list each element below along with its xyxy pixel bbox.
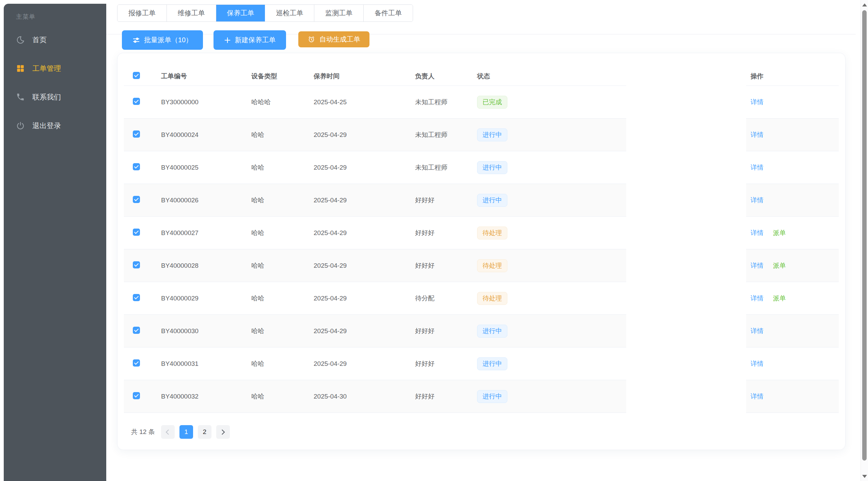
owner-cell: 未知工程师 — [415, 130, 477, 139]
status-cell: 进行中 — [477, 325, 626, 338]
sidebar-item-contact[interactable]: 联系我们 — [4, 83, 106, 111]
detail-link[interactable]: 详情 — [751, 327, 763, 336]
auto-generate-button[interactable]: 自动生成工单 — [298, 31, 369, 47]
status-badge: 待处理 — [477, 259, 507, 272]
tab-repair-report[interactable]: 报修工单 — [117, 5, 167, 21]
scrollbar-thumb[interactable] — [862, 10, 867, 461]
grid-icon — [16, 64, 25, 73]
detail-link[interactable]: 详情 — [751, 294, 763, 303]
sidebar-item-label: 首页 — [32, 35, 47, 45]
status-badge: 进行中 — [477, 357, 507, 370]
checkbox-cell — [124, 392, 161, 401]
dispatch-link[interactable]: 派单 — [773, 261, 786, 270]
row-checkbox[interactable] — [133, 163, 140, 170]
batch-dispatch-button[interactable]: 批量派单（10） — [122, 30, 203, 50]
row-checkbox[interactable] — [133, 294, 140, 301]
table-row: BY40000026哈哈2025-04-29好好好进行中 — [124, 184, 626, 217]
checkbox-cell — [124, 98, 161, 107]
status-cell: 进行中 — [477, 390, 626, 403]
status-badge: 进行中 — [477, 128, 507, 141]
column-header-maintain-date: 保养时间 — [314, 72, 415, 81]
tab-maintenance[interactable]: 保养工单 — [216, 5, 265, 21]
scrollbar[interactable] — [861, 0, 868, 481]
table-row-actions: 详情 — [746, 119, 839, 151]
tab-monitoring[interactable]: 监测工单 — [314, 5, 363, 21]
table-row: BY40000027哈哈2025-04-29好好好待处理 — [124, 217, 626, 249]
status-cell: 已完成 — [477, 96, 626, 109]
row-checkbox[interactable] — [133, 327, 140, 334]
table-row-actions: 详情 — [746, 347, 839, 380]
tab-spare-parts[interactable]: 备件工单 — [363, 5, 413, 21]
table-row-actions: 详情派单 — [746, 282, 839, 315]
maintain-date-cell: 2025-04-29 — [314, 229, 415, 237]
maintain-date-cell: 2025-04-29 — [314, 131, 415, 139]
owner-cell: 好好好 — [415, 392, 477, 401]
row-checkbox[interactable] — [133, 130, 140, 138]
prev-page-button[interactable] — [161, 425, 175, 439]
table-row-actions: 详情 — [746, 184, 839, 217]
checkbox-cell — [124, 229, 161, 237]
detail-link[interactable]: 详情 — [751, 261, 763, 270]
sidebar-item-work-orders[interactable]: 工单管理 — [4, 54, 106, 83]
order-no-cell: BY40000028 — [161, 262, 251, 269]
tab-repair[interactable]: 维修工单 — [167, 5, 216, 21]
order-no-cell: BY40000024 — [161, 131, 251, 139]
table-row-actions: 详情派单 — [746, 217, 839, 249]
status-badge: 进行中 — [477, 390, 507, 403]
order-no-cell: BY40000032 — [161, 393, 251, 400]
detail-link[interactable]: 详情 — [751, 130, 763, 139]
chevron-right-icon — [220, 429, 225, 435]
status-cell: 进行中 — [477, 357, 626, 370]
order-no-cell: BY30000000 — [161, 98, 251, 106]
sidebar-item-home[interactable]: 首页 — [4, 26, 106, 54]
sidebar-menu: 首页 工单管理 联系我们 退出登录 — [4, 26, 106, 140]
detail-link[interactable]: 详情 — [751, 163, 763, 172]
status-badge: 待处理 — [477, 292, 507, 305]
select-all-checkbox[interactable] — [133, 72, 140, 79]
device-type-cell: 哈哈 — [251, 327, 314, 336]
detail-link[interactable]: 详情 — [751, 196, 763, 205]
checkbox-cell — [124, 163, 161, 172]
status-cell: 待处理 — [477, 227, 626, 239]
next-page-button[interactable] — [216, 425, 230, 439]
actions-header: 操作 — [746, 67, 839, 86]
table-row-actions: 详情 — [746, 315, 839, 347]
new-maintenance-order-button[interactable]: 新建保养工单 — [214, 30, 286, 50]
checkbox-cell — [124, 327, 161, 336]
order-no-cell: BY40000026 — [161, 197, 251, 204]
row-checkbox[interactable] — [133, 98, 140, 105]
owner-cell: 好好好 — [415, 327, 477, 336]
page-button-2[interactable]: 2 — [198, 425, 211, 439]
tab-inspection[interactable]: 巡检工单 — [265, 5, 314, 21]
maintain-date-cell: 2025-04-29 — [314, 197, 415, 204]
owner-cell: 好好好 — [415, 261, 477, 270]
detail-link[interactable]: 详情 — [751, 98, 763, 107]
new-order-label: 新建保养工单 — [235, 35, 276, 45]
table-body-main: BY30000000哈哈哈2025-04-25未知工程师已完成BY4000002… — [124, 86, 626, 413]
page-button-1[interactable]: 1 — [179, 425, 193, 439]
owner-cell: 待分配 — [415, 294, 477, 303]
detail-link[interactable]: 详情 — [751, 229, 763, 237]
device-type-cell: 哈哈 — [251, 392, 314, 401]
detail-link[interactable]: 详情 — [751, 392, 763, 401]
order-no-cell: BY40000031 — [161, 360, 251, 368]
row-checkbox[interactable] — [133, 196, 140, 203]
dispatch-link[interactable]: 派单 — [773, 294, 786, 303]
column-header-status: 状态 — [477, 72, 626, 81]
column-header-order-no: 工单编号 — [161, 72, 251, 81]
detail-link[interactable]: 详情 — [751, 359, 763, 368]
row-checkbox[interactable] — [133, 359, 140, 367]
scroll-up-arrow[interactable] — [862, 3, 867, 6]
dispatch-link[interactable]: 派单 — [773, 229, 786, 237]
maintain-date-cell: 2025-04-29 — [314, 262, 415, 269]
device-type-cell: 哈哈 — [251, 261, 314, 270]
device-type-cell: 哈哈 — [251, 229, 314, 237]
maintain-date-cell: 2025-04-29 — [314, 295, 415, 302]
row-checkbox[interactable] — [133, 229, 140, 236]
table-row: BY40000032哈哈2025-04-30好好好进行中 — [124, 380, 626, 413]
chevron-left-icon — [166, 429, 171, 435]
sidebar-item-logout[interactable]: 退出登录 — [4, 111, 106, 140]
row-checkbox[interactable] — [133, 261, 140, 268]
scroll-down-arrow[interactable] — [862, 475, 867, 478]
row-checkbox[interactable] — [133, 392, 140, 399]
